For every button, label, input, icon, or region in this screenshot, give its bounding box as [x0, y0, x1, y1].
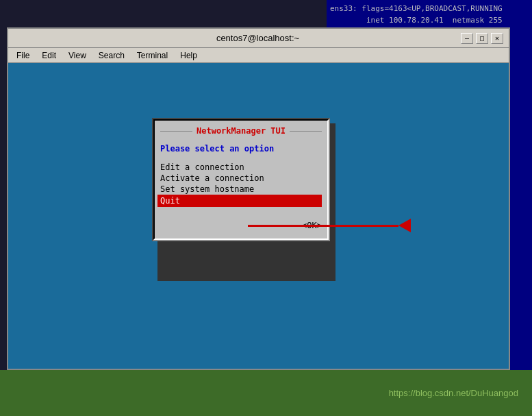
menu-bar: File Edit View Search Terminal Help: [8, 48, 509, 63]
nm-dialog-title: NetworkManager TUI: [192, 126, 290, 136]
menu-terminal[interactable]: Terminal: [131, 49, 173, 62]
nm-options-list: Edit a connection Activate a connection …: [160, 162, 322, 207]
arrow-head: [398, 219, 411, 232]
close-button[interactable]: ✕: [491, 33, 503, 44]
maximize-button[interactable]: □: [476, 33, 488, 44]
nm-option-hostname[interactable]: Set system hostname: [160, 184, 322, 195]
watermark-url: https://blog.csdn.net/DuHuangod: [389, 388, 518, 398]
nm-option-quit[interactable]: Quit: [157, 195, 322, 207]
watermark-bar: https://blog.csdn.net/DuHuangod: [0, 370, 532, 416]
menu-view[interactable]: View: [63, 49, 92, 62]
menu-edit[interactable]: Edit: [36, 49, 62, 62]
titlebar: centos7@localhost:~ — □ ✕: [8, 29, 509, 48]
minimize-button[interactable]: —: [461, 33, 473, 44]
window-title: centos7@localhost:~: [55, 33, 461, 43]
title-line-left: [160, 131, 192, 132]
menu-search[interactable]: Search: [93, 49, 130, 62]
menu-file[interactable]: File: [11, 49, 35, 62]
red-arrow: [248, 217, 440, 234]
nm-title-bar: NetworkManager TUI: [160, 126, 322, 136]
terminal-window: centos7@localhost:~ — □ ✕ File Edit View…: [7, 27, 510, 370]
nm-option-activate[interactable]: Activate a connection: [160, 173, 322, 184]
nm-dialog-subtitle: Please select an option: [160, 144, 322, 154]
nm-option-edit[interactable]: Edit a connection: [160, 162, 322, 173]
menu-help[interactable]: Help: [175, 49, 203, 62]
arrow-line: [248, 225, 398, 227]
terminal-content: NetworkManager TUI Please select an opti…: [8, 63, 509, 369]
title-line-right: [290, 131, 322, 132]
window-controls: — □ ✕: [461, 33, 503, 44]
